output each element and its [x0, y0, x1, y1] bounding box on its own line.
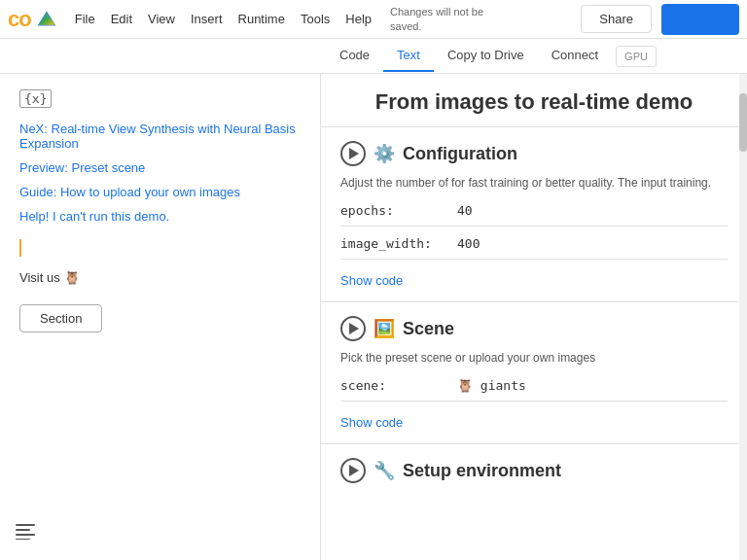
tab-text[interactable]: Text [383, 40, 434, 72]
section-button[interactable]: Section [19, 304, 102, 332]
scene-play-button[interactable] [340, 316, 366, 341]
tab-bar: Code Text Copy to Drive Connect GPU [0, 39, 747, 74]
visit-us-text: Visit us [19, 270, 60, 285]
menu-help[interactable]: Help [338, 8, 378, 30]
scrollbar-track[interactable] [739, 74, 747, 560]
action-button[interactable] [661, 4, 739, 35]
tab-code[interactable]: Code [326, 40, 383, 72]
menu-bar: File Edit View Insert Runtime Tools Help [68, 8, 378, 30]
sidebar: {x} NeX: Real-time View Synthesis with N… [0, 74, 321, 560]
svg-rect-5 [16, 539, 30, 540]
image-width-label: image_width: [340, 236, 457, 251]
menu-view[interactable]: View [141, 8, 182, 30]
svg-rect-2 [16, 524, 35, 526]
epochs-label: epochs: [340, 203, 457, 218]
menu-runtime[interactable]: Runtime [231, 8, 292, 30]
notebook-title: From images to real-time demo [321, 74, 747, 127]
configuration-play-button[interactable] [340, 141, 366, 166]
sidebar-preview-link[interactable]: Preview: Preset scene [19, 160, 301, 175]
scene-section: 🖼️ Scene Pick the preset scene or upload… [321, 302, 747, 444]
top-bar: co File Edit View Insert Runtime Tools H… [0, 0, 747, 39]
share-button[interactable]: Share [581, 5, 652, 33]
setup-section-partial: 🔧 Setup environment [321, 444, 747, 497]
owl-emoji: 🦉 [64, 270, 80, 285]
configuration-icon: ⚙️ [374, 143, 395, 164]
configuration-desc: Adjust the number of for fast training o… [340, 174, 728, 192]
scene-value[interactable]: 🦉 giants [457, 378, 728, 393]
svg-rect-3 [16, 529, 30, 531]
tab-copy-to-drive[interactable]: Copy to Drive [434, 40, 538, 72]
unsaved-line1: Changes will not be [390, 5, 483, 18]
tab-connect[interactable]: Connect [538, 40, 612, 72]
image-width-value[interactable]: 400 [457, 236, 728, 251]
svg-marker-1 [38, 12, 54, 24]
scene-title: Scene [403, 319, 454, 339]
scene-desc: Pick the preset scene or upload your own… [340, 349, 728, 367]
menu-edit[interactable]: Edit [104, 8, 139, 30]
setup-play-icon [349, 465, 359, 476]
sidebar-help-link[interactable]: Help! I can't run this demo. [19, 209, 301, 224]
setup-play-button[interactable] [340, 458, 366, 483]
top-right-actions: Share [581, 4, 739, 35]
image-width-param: image_width: 400 [340, 236, 728, 260]
logo-text: co [8, 7, 31, 32]
config-show-code[interactable]: Show code [340, 273, 403, 288]
scrollbar-thumb[interactable] [739, 93, 747, 152]
sidebar-nex-link[interactable]: NeX: Real-time View Synthesis with Neura… [19, 122, 301, 151]
svg-rect-4 [16, 534, 35, 536]
menu-insert[interactable]: Insert [184, 8, 230, 30]
sidebar-guide-link[interactable]: Guide: How to upload your own images [19, 185, 301, 199]
epochs-param: epochs: 40 [340, 203, 728, 227]
logo: co [8, 7, 56, 32]
play-icon [349, 148, 359, 159]
table-of-contents-icon[interactable] [16, 524, 35, 544]
menu-tools[interactable]: Tools [294, 8, 337, 30]
main-layout: {x} NeX: Real-time View Synthesis with N… [0, 74, 747, 560]
scene-show-code[interactable]: Show code [340, 415, 403, 430]
scene-header: 🖼️ Scene [340, 316, 728, 341]
configuration-header: ⚙️ Configuration [340, 141, 728, 166]
setup-icon: 🔧 [374, 460, 395, 481]
unsaved-line2: saved. [390, 19, 421, 33]
setup-title: Setup environment [403, 461, 561, 481]
visit-us-line: Visit us 🦉 [19, 270, 301, 285]
content-wrapper: From images to real-time demo ⚙️ Configu… [321, 74, 747, 560]
configuration-section: ⚙️ Configuration Adjust the number of fo… [321, 127, 747, 302]
scene-play-icon [349, 323, 359, 334]
menu-file[interactable]: File [68, 8, 102, 30]
configuration-title: Configuration [403, 144, 517, 164]
cursor-indicator [19, 239, 21, 257]
drive-icon [37, 10, 56, 29]
variable-icon: {x} [19, 89, 52, 108]
tab-gpu[interactable]: GPU [616, 46, 657, 67]
unsaved-warning: Changes will not be saved. [390, 5, 483, 33]
scene-label: scene: [340, 378, 457, 393]
scene-param: scene: 🦉 giants [340, 378, 728, 402]
cursor-line-area [19, 239, 301, 257]
content-area: From images to real-time demo ⚙️ Configu… [321, 74, 747, 497]
epochs-value[interactable]: 40 [457, 203, 728, 218]
scene-icon: 🖼️ [374, 318, 395, 339]
